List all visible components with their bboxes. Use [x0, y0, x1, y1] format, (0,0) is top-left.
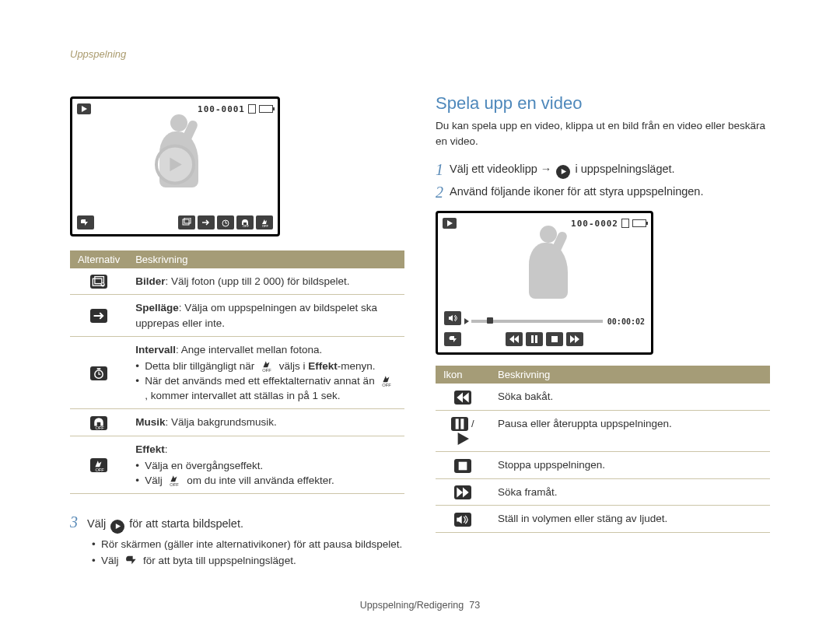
- interval-icon: [90, 366, 107, 380]
- svg-rect-8: [95, 277, 104, 284]
- step-number: 3: [70, 513, 78, 531]
- section-title: Spela upp en video: [436, 93, 770, 114]
- interval-icon[interactable]: [217, 215, 234, 229]
- breadcrumb: Uppspelning: [70, 48, 126, 60]
- battery-icon: [632, 219, 646, 227]
- row-rewind: Söka bakåt.: [436, 384, 770, 410]
- svg-marker-19: [447, 220, 453, 226]
- row-images: Bilder: Välj foton (upp till 2 000) för …: [70, 268, 404, 295]
- volume-button[interactable]: [444, 311, 461, 325]
- video-progress[interactable]: 00:00:02: [464, 317, 645, 325]
- svg-rect-7: [93, 279, 102, 286]
- options-table: Alternativ Beskrivning Bilder: Välj foto…: [70, 250, 404, 494]
- svg-text:OFF: OFF: [383, 383, 392, 387]
- slideshow-toolbar: OFF OFF: [178, 215, 273, 229]
- pause-button[interactable]: [526, 332, 543, 346]
- svg-text:OFF: OFF: [262, 368, 271, 372]
- row-music: OFF Musik: Välja bakgrundsmusik.: [70, 409, 404, 436]
- step-3: 3 Välj för att starta bildspelet. Rör sk…: [70, 511, 404, 569]
- battery-icon: [259, 105, 273, 113]
- svg-rect-2: [183, 219, 189, 225]
- svg-text:OFF: OFF: [96, 468, 105, 471]
- play-icon: [454, 432, 471, 446]
- images-icon: [90, 275, 107, 289]
- card-icon: [248, 104, 256, 114]
- row-stop: Stoppa uppspelningen.: [436, 452, 770, 478]
- svg-rect-24: [551, 336, 558, 342]
- forward-icon: [454, 485, 471, 499]
- svg-marker-26: [575, 335, 579, 343]
- right-column: Spela upp en video Du kan spela upp en v…: [420, 48, 770, 569]
- step-number: 2: [436, 184, 443, 201]
- svg-marker-18: [562, 169, 566, 174]
- effect-icon: OFF: [90, 458, 107, 472]
- svg-text:OFF: OFF: [262, 224, 269, 227]
- play-overlay-icon: [155, 144, 195, 184]
- back-button[interactable]: [444, 332, 461, 346]
- effect-off-icon: OFF: [166, 473, 183, 487]
- rewind-icon: [454, 391, 471, 405]
- col-beskrivning: Beskrivning: [128, 250, 404, 268]
- play-icon: [556, 165, 570, 179]
- back-button[interactable]: [77, 215, 94, 229]
- svg-marker-17: [116, 524, 121, 529]
- page-footer: Uppspelning/Redigering 73: [0, 600, 840, 611]
- svg-marker-25: [570, 335, 575, 343]
- music-icon: OFF: [90, 416, 107, 430]
- svg-rect-11: [97, 368, 101, 370]
- svg-marker-20: [509, 335, 514, 343]
- video-time: 00:00:02: [607, 317, 645, 326]
- music-icon[interactable]: OFF: [236, 215, 254, 229]
- file-number: 100-0001: [198, 104, 245, 114]
- playmode-icon[interactable]: [198, 215, 215, 229]
- playmode-icon: [90, 309, 107, 323]
- rewind-button[interactable]: [506, 332, 523, 346]
- slideshow-lcd: 100-0001 OFF OFF: [70, 96, 280, 236]
- forward-button[interactable]: [566, 332, 583, 346]
- images-icon[interactable]: [178, 215, 195, 229]
- row-pause: / Pausa eller återuppta uppspelningen.: [436, 410, 770, 452]
- svg-text:OFF: OFF: [243, 224, 250, 227]
- svg-text:OFF: OFF: [96, 426, 105, 429]
- svg-marker-33: [457, 488, 463, 498]
- back-icon: [122, 553, 139, 567]
- effect-off-icon: OFF: [258, 359, 275, 373]
- playback-mode-icon: [77, 103, 91, 114]
- svg-text:OFF: OFF: [170, 482, 180, 486]
- svg-marker-34: [463, 488, 469, 498]
- col-ikon: Ikon: [436, 366, 490, 384]
- controls-table: Ikon Beskrivning Söka bakåt. / Pausa ell…: [436, 366, 770, 533]
- stop-icon: [454, 459, 471, 473]
- svg-rect-29: [456, 419, 459, 429]
- svg-rect-23: [535, 335, 537, 343]
- section-intro: Du kan spela upp en video, klippa ut en …: [436, 118, 770, 149]
- svg-rect-30: [461, 419, 464, 429]
- svg-marker-0: [82, 106, 87, 112]
- left-column: 100-0001 OFF OFF: [70, 48, 420, 569]
- play-icon: [110, 520, 124, 534]
- svg-marker-31: [458, 433, 469, 445]
- pause-icon: [451, 417, 468, 431]
- svg-marker-28: [463, 392, 469, 402]
- col-beskrivning: Beskrivning: [490, 366, 770, 384]
- volume-icon: [454, 513, 471, 527]
- row-forward: Söka framåt.: [436, 478, 770, 505]
- effect-icon[interactable]: OFF: [256, 215, 273, 229]
- svg-marker-21: [514, 335, 519, 343]
- row-interval: Intervall: Ange intervallet mellan foton…: [70, 336, 404, 409]
- row-effect: OFF Effekt: Välja en övergångseffekt. Vä…: [70, 436, 404, 493]
- person-silhouette: [526, 226, 588, 319]
- svg-marker-27: [457, 392, 463, 402]
- step-number: 1: [436, 161, 443, 179]
- svg-marker-1: [170, 158, 181, 172]
- playback-mode-icon: [443, 218, 457, 229]
- svg-rect-3: [184, 218, 191, 223]
- col-alternativ: Alternativ: [70, 250, 128, 268]
- stop-button[interactable]: [546, 332, 563, 346]
- video-lcd: 100-0002 00:00:02: [436, 211, 653, 355]
- effect-off-icon: OFF: [378, 373, 395, 387]
- svg-rect-32: [459, 462, 467, 471]
- step-1: 1 Välj ett videoklipp → i uppspelningslä…: [436, 161, 770, 179]
- card-icon: [621, 219, 629, 228]
- row-volume: Ställ in volymen eller stäng av ljudet.: [436, 506, 770, 532]
